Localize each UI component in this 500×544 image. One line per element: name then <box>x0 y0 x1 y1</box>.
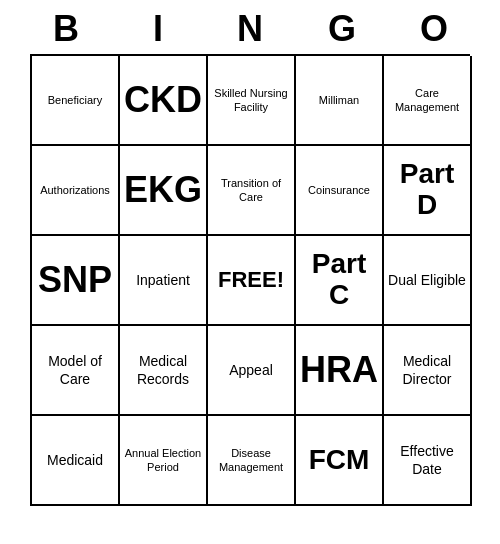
cell-16: Medical Records <box>120 326 208 416</box>
header-letter-i: I <box>114 8 202 50</box>
cell-free: FREE! <box>208 236 296 326</box>
cell-9: Part D <box>384 146 472 236</box>
cell-6: EKG <box>120 146 208 236</box>
cell-19: Medical Director <box>384 326 472 416</box>
cell-20: Medicaid <box>32 416 120 506</box>
cell-3: Milliman <box>296 56 384 146</box>
cell-17: Appeal <box>208 326 296 416</box>
cell-13: Part C <box>296 236 384 326</box>
cell-10: SNP <box>32 236 120 326</box>
bingo-header: B I N G O <box>20 0 480 54</box>
cell-18: HRA <box>296 326 384 416</box>
cell-22: Disease Management <box>208 416 296 506</box>
cell-0: Beneficiary <box>32 56 120 146</box>
cell-5: Authorizations <box>32 146 120 236</box>
cell-11: Inpatient <box>120 236 208 326</box>
cell-21: Annual Election Period <box>120 416 208 506</box>
cell-7: Transition of Care <box>208 146 296 236</box>
cell-23: FCM <box>296 416 384 506</box>
cell-4: Care Management <box>384 56 472 146</box>
cell-2: Skilled Nursing Facility <box>208 56 296 146</box>
cell-8: Coinsurance <box>296 146 384 236</box>
header-letter-o: O <box>390 8 478 50</box>
cell-24: Effective Date <box>384 416 472 506</box>
cell-1: CKD <box>120 56 208 146</box>
header-letter-n: N <box>206 8 294 50</box>
header-letter-b: B <box>22 8 110 50</box>
cell-15: Model of Care <box>32 326 120 416</box>
header-letter-g: G <box>298 8 386 50</box>
cell-14: Dual Eligible <box>384 236 472 326</box>
bingo-grid: Beneficiary CKD Skilled Nursing Facility… <box>30 54 470 506</box>
